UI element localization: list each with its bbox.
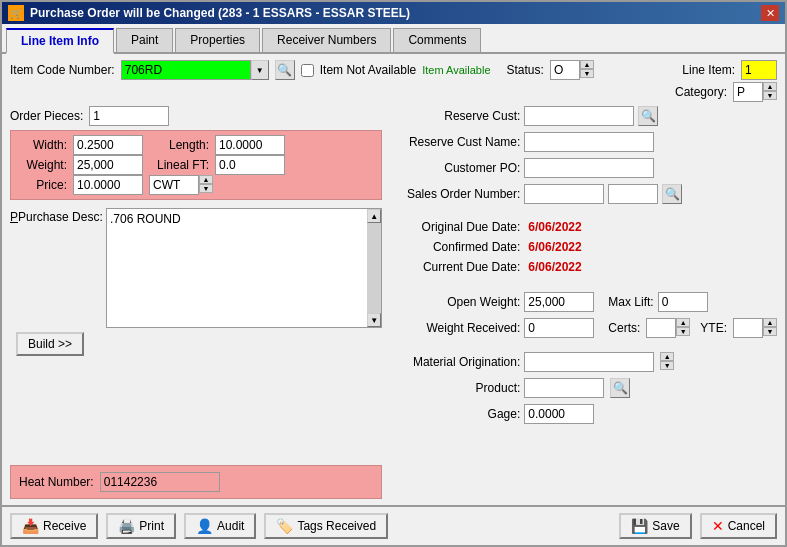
price-unit-up[interactable]: ▲ [199, 175, 213, 184]
purchase-desc-container: .706 ROUND ▲ ▼ [106, 208, 382, 328]
scroll-track [367, 223, 381, 313]
print-button[interactable]: 🖨️ Print [106, 513, 176, 539]
certs-combo: ▲ ▼ [646, 318, 690, 338]
heat-number-input[interactable] [100, 472, 220, 492]
purchase-desc-area: .706 ROUND ▲ ▼ [106, 208, 382, 328]
product-search-button[interactable]: 🔍 [610, 378, 630, 398]
status-up[interactable]: ▲ [580, 60, 594, 69]
status-input[interactable] [550, 60, 580, 80]
certs-up[interactable]: ▲ [676, 318, 690, 327]
sales-order-search-button[interactable]: 🔍 [662, 184, 682, 204]
price-unit-down[interactable]: ▼ [199, 184, 213, 193]
item-code-search-button[interactable]: 🔍 [275, 60, 295, 80]
max-lift-input[interactable] [658, 292, 708, 312]
build-button[interactable]: Build >> [16, 332, 84, 356]
sales-order-input2[interactable] [608, 184, 658, 204]
weight-lineal-row: Weight: Lineal FT: [17, 155, 375, 175]
weight-received-row: Weight Received: Certs: ▲ ▼ YTE: [390, 318, 777, 338]
text-scrollbar: ▲ ▼ [367, 209, 381, 327]
yte-up[interactable]: ▲ [763, 318, 777, 327]
status-combo: ▲ ▼ [550, 60, 594, 80]
weight-received-input[interactable] [524, 318, 594, 338]
footer-right: 💾 Save ✕ Cancel [619, 513, 777, 539]
cancel-icon: ✕ [712, 518, 724, 534]
scroll-down-arrow[interactable]: ▼ [367, 313, 381, 327]
reserve-cust-input[interactable] [524, 106, 634, 126]
tab-properties[interactable]: Properties [175, 28, 260, 52]
item-code-combo: ▼ [121, 60, 269, 80]
item-code-label: Item Code Number: [10, 63, 115, 77]
item-not-available-checkbox[interactable] [301, 64, 314, 77]
width-input[interactable] [73, 135, 143, 155]
tab-paint[interactable]: Paint [116, 28, 173, 52]
original-due-row: Original Due Date: 6/06/2022 [390, 220, 777, 234]
heat-number-section: Heat Number: [10, 465, 382, 499]
price-unit-input[interactable] [149, 175, 199, 195]
customer-po-label: Customer PO: [390, 161, 520, 175]
price-label: Price: [17, 178, 67, 192]
status-label: Status: [507, 63, 544, 77]
material-origination-input[interactable] [524, 352, 654, 372]
reserve-cust-label: Reserve Cust: [390, 109, 520, 123]
width-label: Width: [17, 138, 67, 152]
gage-input[interactable] [524, 404, 594, 424]
tags-received-button[interactable]: 🏷️ Tags Received [264, 513, 388, 539]
material-origination-label: Material Origination: [390, 355, 520, 369]
lineal-ft-label: Lineal FT: [149, 158, 209, 172]
category-down[interactable]: ▼ [763, 91, 777, 100]
item-not-available-label: Item Not Available [320, 63, 417, 77]
length-input[interactable] [215, 135, 285, 155]
line-item-input[interactable] [741, 60, 777, 80]
category-row: Category: ▲ ▼ [10, 82, 777, 102]
certs-input[interactable] [646, 318, 676, 338]
open-weight-row: Open Weight: Max Lift: [390, 292, 777, 312]
width-length-row: Width: Length: [17, 135, 375, 155]
current-due-label: Current Due Date: [390, 260, 520, 274]
order-pieces-input[interactable] [89, 106, 169, 126]
sales-order-input[interactable] [524, 184, 604, 204]
receive-button[interactable]: 📥 Receive [10, 513, 98, 539]
confirmed-date-row: Confirmed Date: 6/06/2022 [390, 240, 777, 254]
print-icon: 🖨️ [118, 518, 135, 534]
yte-input[interactable] [733, 318, 763, 338]
lineal-ft-input[interactable] [215, 155, 285, 175]
category-input[interactable] [733, 82, 763, 102]
weight-label: Weight: [17, 158, 67, 172]
product-input[interactable] [524, 378, 604, 398]
certs-label: Certs: [608, 321, 640, 335]
yte-combo: ▲ ▼ [733, 318, 777, 338]
audit-icon: 👤 [196, 518, 213, 534]
material-origination-down[interactable]: ▼ [660, 361, 674, 370]
weight-input[interactable] [73, 155, 143, 175]
audit-button[interactable]: 👤 Audit [184, 513, 256, 539]
product-label: Product: [390, 381, 520, 395]
save-button[interactable]: 💾 Save [619, 513, 691, 539]
cancel-button[interactable]: ✕ Cancel [700, 513, 777, 539]
scroll-up-arrow[interactable]: ▲ [367, 209, 381, 223]
status-down[interactable]: ▼ [580, 69, 594, 78]
material-origination-up[interactable]: ▲ [660, 352, 674, 361]
reserve-cust-name-input[interactable] [524, 132, 654, 152]
tab-line-item-info[interactable]: Line Item Info [6, 28, 114, 54]
item-code-input[interactable] [121, 60, 251, 80]
main-content: Item Code Number: ▼ 🔍 Item Not Available… [2, 54, 785, 505]
tab-receiver-numbers[interactable]: Receiver Numbers [262, 28, 391, 52]
current-due-value: 6/06/2022 [528, 260, 581, 274]
confirmed-date-label: Confirmed Date: [390, 240, 520, 254]
order-pieces-label: Order Pieces: [10, 109, 83, 123]
reserve-cust-search-button[interactable]: 🔍 [638, 106, 658, 126]
certs-down[interactable]: ▼ [676, 327, 690, 336]
close-button[interactable]: ✕ [761, 5, 779, 21]
open-weight-input[interactable] [524, 292, 594, 312]
heat-number-row: Heat Number: [10, 465, 382, 499]
tab-comments[interactable]: Comments [393, 28, 481, 52]
price-input[interactable] [73, 175, 143, 195]
customer-po-input[interactable] [524, 158, 654, 178]
line-item-label: Line Item: [682, 63, 735, 77]
category-up[interactable]: ▲ [763, 82, 777, 91]
main-body: Order Pieces: Width: Length: Weight: Lin… [10, 106, 777, 499]
original-due-value: 6/06/2022 [528, 220, 581, 234]
yte-down[interactable]: ▼ [763, 327, 777, 336]
material-origination-row: Material Origination: ▲ ▼ [390, 352, 777, 372]
item-code-dropdown[interactable]: ▼ [251, 60, 269, 80]
